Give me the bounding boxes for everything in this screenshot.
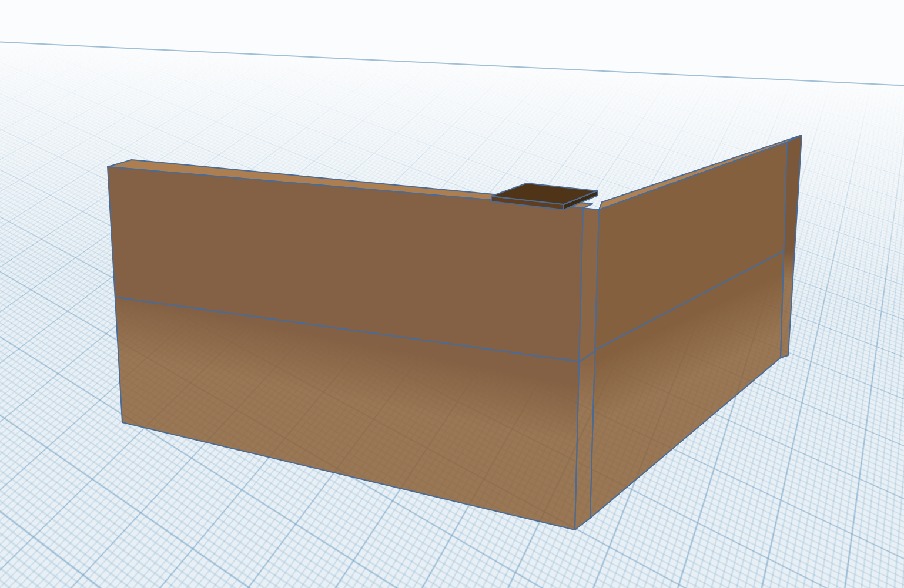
wall-front-face[interactable]: [108, 167, 583, 530]
viewport-canvas[interactable]: [0, 0, 904, 588]
model-layer: [0, 0, 904, 588]
model-faces: [108, 135, 802, 530]
